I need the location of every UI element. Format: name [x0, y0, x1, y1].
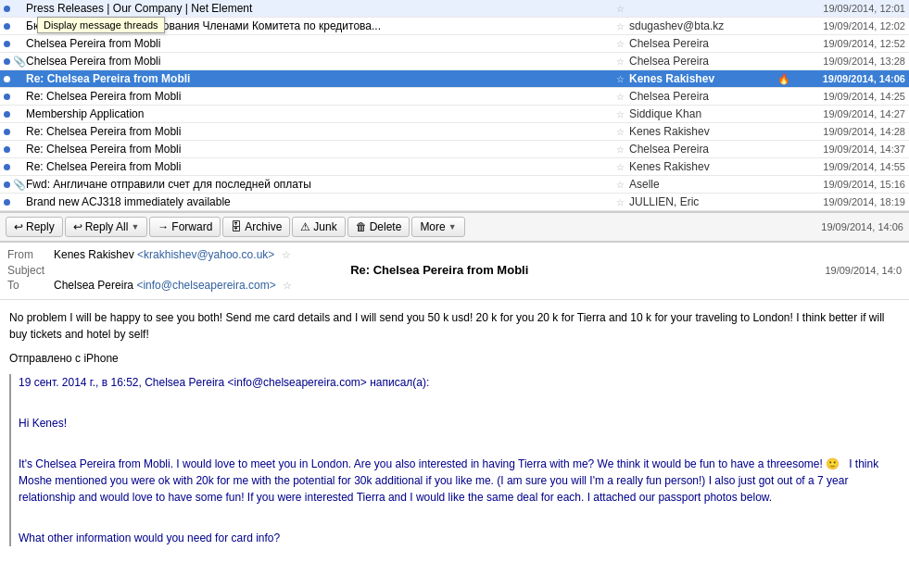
email-date: 19/09/2014, 14:06 — [794, 73, 905, 84]
email-date: 19/09/2014, 13:28 — [794, 56, 905, 67]
email-subject: Re: Chelsea Pereira from Mobli — [26, 160, 616, 173]
email-date: 19/09/2014, 14:28 — [794, 126, 905, 137]
star-icon[interactable]: ☆ — [616, 4, 629, 14]
unread-dot — [4, 107, 13, 120]
star-icon[interactable]: ☆ — [616, 92, 629, 102]
unread-dot — [4, 125, 13, 138]
message-header: From Kenes Rakishev <krakhishev@yahoo.co… — [0, 243, 909, 300]
from-name: Kenes Rakishev — [54, 248, 137, 261]
body-iphone: Отправлено с iPhone — [9, 350, 900, 367]
star-icon[interactable]: ☆ — [616, 144, 629, 155]
archive-button[interactable]: 🗄 Archive — [222, 217, 290, 237]
archive-icon: 🗄 — [231, 220, 242, 233]
email-date: 19/09/2014, 14:55 — [794, 161, 905, 172]
message-toolbar-date: 19/09/2014, 14:06 — [821, 221, 903, 232]
reply-button[interactable]: ↩ Reply — [6, 217, 63, 237]
from-row: From Kenes Rakishev <krakhishev@yahoo.co… — [7, 248, 902, 261]
to-star-icon[interactable]: ☆ — [283, 280, 292, 291]
delete-button[interactable]: 🗑 Delete — [347, 217, 410, 237]
quoted-footer: What other information would you need fo… — [19, 530, 900, 546]
email-sender: Aselle — [629, 178, 777, 191]
email-row[interactable]: 📎 Fwd: Англичане отправили счет для посл… — [0, 176, 909, 194]
from-star-icon[interactable]: ☆ — [282, 249, 291, 260]
email-date: 19/09/2014, 18:19 — [794, 196, 905, 207]
email-subject: Brand new ACJ318 immediately available — [26, 195, 616, 208]
unread-dot — [4, 55, 13, 68]
email-date: 19/09/2014, 12:02 — [794, 20, 905, 31]
email-row[interactable]: Re: Chelsea Pereira from Mobli ☆ Kenes R… — [0, 158, 909, 176]
star-icon[interactable]: ☆ — [616, 109, 629, 119]
from-label: From — [7, 248, 54, 261]
more-dropdown-icon: ▼ — [448, 222, 457, 231]
star-icon[interactable]: ☆ — [616, 197, 629, 207]
star-icon[interactable]: ☆ — [616, 39, 629, 49]
email-date: 19/09/2014, 14:27 — [794, 108, 905, 119]
star-icon[interactable]: ☆ — [616, 162, 629, 172]
forward-icon: → — [158, 220, 169, 233]
reply-all-icon: ↩ — [73, 220, 82, 233]
email-sender: Kenes Rakishev — [629, 160, 777, 173]
unread-dot — [4, 90, 13, 103]
junk-icon: ⚠ — [300, 220, 310, 233]
unread-dot — [4, 160, 13, 173]
body-paragraph: No problem I will be happy to see you bo… — [9, 309, 900, 343]
star-icon[interactable]: ☆ — [616, 180, 629, 190]
email-sender: Chelsea Pereira — [629, 90, 777, 103]
from-value: Kenes Rakishev <krakhishev@yahoo.co.uk> … — [54, 248, 902, 261]
to-label: To — [7, 279, 54, 292]
message-toolbar: ↩ Reply ↩ Reply All ▼ → Forward 🗄 Archiv… — [0, 213, 909, 242]
star-icon[interactable]: ☆ — [616, 21, 629, 31]
email-sender: Chelsea Pereira — [629, 37, 777, 50]
unread-dot — [4, 19, 13, 32]
unread-dot — [4, 143, 13, 156]
reply-all-button[interactable]: ↩ Reply All ▼ — [65, 217, 148, 237]
more-button[interactable]: More ▼ — [411, 217, 464, 237]
forward-button[interactable]: → Forward — [149, 217, 221, 237]
delete-icon: 🗑 — [356, 220, 367, 233]
email-row[interactable]: Re: Chelsea Pereira from Mobli ☆ Chelsea… — [0, 88, 909, 106]
email-subject: Chelsea Pereira from Mobli — [26, 37, 616, 50]
unread-dot — [4, 37, 13, 50]
email-subject: Re: Chelsea Pereira from Mobli — [26, 143, 616, 156]
subject-label: Subject — [7, 264, 54, 277]
email-sender: Kenes Rakishev — [629, 72, 777, 85]
email-row[interactable]: Press Releases | Our Company | Net Eleme… — [0, 0, 909, 18]
email-subject: Re: Chelsea Pereira from Mobli — [26, 90, 616, 103]
email-subject: Fwd: Англичане отправили счет для послед… — [26, 178, 616, 191]
tooltip-display-threads: Display message threads — [37, 17, 165, 33]
email-row[interactable]: Re: Chelsea Pereira from Mobli ☆ Kenes R… — [0, 123, 909, 141]
star-icon[interactable]: ☆ — [616, 127, 629, 137]
email-subject: Press Releases | Our Company | Net Eleme… — [26, 2, 616, 15]
message-date: 19/09/2014, 14:0 — [825, 265, 902, 276]
email-row-selected[interactable]: Re: Chelsea Pereira from Mobli ☆ Kenes R… — [0, 70, 909, 88]
email-row[interactable]: 📎 Chelsea Pereira from Mobli ☆ Chelsea P… — [0, 53, 909, 70]
to-row: To Chelsea Pereira <info@chelseapereira.… — [7, 279, 902, 292]
email-date: 19/09/2014, 15:16 — [794, 179, 905, 190]
unread-dot — [4, 195, 13, 208]
attachment-icon: 📎 — [13, 56, 26, 68]
to-value: Chelsea Pereira <info@chelseapereira.com… — [54, 279, 902, 292]
email-sender: Chelsea Pereira — [629, 55, 777, 68]
email-subject: Re: Chelsea Pereira from Mobli — [26, 72, 616, 85]
email-sender: sdugashev@bta.kz — [629, 19, 777, 32]
reply-icon: ↩ — [14, 220, 23, 233]
star-icon[interactable]: ☆ — [616, 74, 629, 84]
from-email[interactable]: <krakhishev@yahoo.co.uk> — [137, 248, 274, 261]
email-subject: Membership Application — [26, 107, 616, 120]
email-row[interactable]: Brand new ACJ318 immediately available ☆… — [0, 194, 909, 211]
junk-button[interactable]: ⚠ Junk — [292, 217, 345, 237]
attachment-icon: 📎 — [13, 179, 26, 191]
email-sender: Siddique Khan — [629, 107, 777, 120]
unread-dot — [4, 178, 13, 191]
email-row[interactable]: Re: Chelsea Pereira from Mobli ☆ Chelsea… — [0, 141, 909, 158]
email-row[interactable]: Membership Application ☆ Siddique Khan 1… — [0, 106, 909, 123]
email-sender: Chelsea Pereira — [629, 143, 777, 156]
quoted-hi: Hi Kenes! — [19, 415, 900, 432]
flame-icon: 🔥 — [777, 73, 794, 85]
to-email[interactable]: <info@chelseapereira.com> — [136, 279, 275, 292]
star-icon[interactable]: ☆ — [616, 56, 629, 67]
email-subject: Chelsea Pereira from Mobli — [26, 55, 616, 68]
email-row[interactable]: Chelsea Pereira from Mobli ☆ Chelsea Per… — [0, 35, 909, 53]
reply-all-dropdown-icon: ▼ — [131, 222, 139, 231]
email-date: 19/09/2014, 12:01 — [794, 3, 905, 14]
